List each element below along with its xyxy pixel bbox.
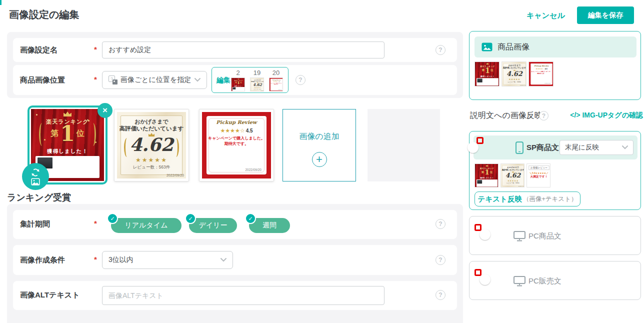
laurel-right [90,123,96,146]
date: 2022/09/20 [166,174,184,177]
product-image-card: 商品画像 楽天ランキング第1位獲得しました！ おかげさまで高評価いただいています… [469,31,641,100]
required-mark: * [94,255,97,264]
help-icon[interactable]: ? [436,290,446,300]
empty-slot [368,109,440,182]
pickup-title: Pickup Review [206,120,266,125]
add-image-button[interactable]: 画像の追加 + [282,109,356,182]
text-reflect-label: テキスト反映 [478,194,522,204]
sp-product-text-card: SP商品文 末尾に反映 楽天ランキング第1位獲得しました！ おかげさまで高評価い… [469,131,641,210]
alt-text-label: 画像ALTテキスト [20,290,80,300]
alt-text-input[interactable] [102,286,384,305]
smartphone-icon [516,142,524,154]
thumb-number: 2 [231,69,245,76]
thumb-number: 20 [269,69,283,76]
sp-position-value: 末尾に反映 [565,143,599,152]
mini-thumb-gold-review: おかげさまで高評価いただいています4.62★★★★★レビュー数：563件2022… [250,78,264,92]
edit-link[interactable]: 編集 [216,76,230,85]
mini-thumb-gold-review: おかげさまで高評価いただいています4.62★★★★★レビュー数：563件2022… [502,62,526,86]
image-icon [482,42,492,52]
text-reflect-sublabel: （画像+テキスト） [523,195,577,204]
gold-line1: おかげさまで [117,118,186,126]
setting-name-label: 画像設定名 [20,46,58,55]
stars: ★★★★★ [117,156,186,164]
thumb-number: 19 [250,69,264,76]
period-tag-realtime[interactable]: リアルタイム [111,218,182,233]
laurel-right [173,138,179,157]
text-reflect-button[interactable]: テキスト反映 （画像+テキスト） [474,192,580,206]
annotation-highlight [476,137,484,144]
condition-row: 画像作成条件 * 3位以内 ? [13,245,457,275]
annotation-highlight [474,224,482,231]
basic-settings-section: 画像設定名 * ? 商品画像位置 * ? 画像ごとに位置を指定 編集 2 19 … [7,32,463,98]
product-image-label: 商品画像 [498,42,530,52]
page: 画像設定の編集 キャンセル 編集を保存 画像設定名 * ? 商品画像位置 * ?… [0,0,644,323]
plus-circle-icon: + [312,152,327,167]
stars: ★★★★☆4.5 [206,128,266,134]
image-position-label: 商品画像位置 [20,76,65,85]
code-icon: </> [570,111,580,119]
save-button[interactable]: 編集を保存 [577,6,634,24]
corner-accent [0,0,2,5]
rotate-image-badge[interactable] [22,163,49,190]
thumbnail-gold-review[interactable]: おかげさまで 高評価いただいています 4.62 ★★★★★ レビュー数：563件… [114,109,189,182]
setting-name-row: 画像設定名 * ? [13,38,457,62]
mini-thumb-customer-review: お客様レビュー＼5.0★★★★★／大満足です！ [526,164,550,188]
review-count: レビュー数：563件 [117,164,186,170]
position-edit-box: 編集 2 19 20 楽天ランキング第1位獲得しました！ おかげさまで高評価いた… [212,67,288,93]
image-icon [31,178,40,186]
help-icon[interactable]: ? [539,111,548,120]
period-row: 集計期間 * ✓ リアルタイム ✓ デイリー ✓ 週間 ? [13,210,457,239]
alt-text-row: 画像ALTテキスト ? [13,281,457,310]
gold-review-image: おかげさまで 高評価いただいています 4.62 ★★★★★ レビュー数：563件… [117,112,186,178]
image-position-row: 商品画像位置 * ? 画像ごとに位置を指定 編集 2 19 20 楽天ランキング… [13,65,457,95]
chevron-down-icon [220,258,226,262]
image-position-select[interactable]: ? 画像ごとに位置を指定 [102,71,207,89]
ranking-section-title: ランキング受賞 [7,192,71,204]
gold-line2: 高評価いただいています [117,125,186,132]
reflect-section-title: 説明文への画像反映 [470,110,542,121]
page-title: 画像設定の編集 [9,8,79,22]
period-tag-daily[interactable]: デイリー [189,218,237,233]
help-icon[interactable]: ? [436,219,446,229]
close-icon[interactable]: × [98,103,112,118]
mini-thumb-ranking: 楽天ランキング第1位獲得しました！ [231,78,245,92]
sp-card-header: SP商品文 末尾に反映 [474,136,638,160]
monitor-icon [514,276,526,286]
pickup-review-image: Pickup Review ★★★★☆4.5 キャンペーンで購入しました。期待大… [202,112,271,178]
help-icon[interactable]: ? [296,75,306,85]
required-mark: * [94,75,97,84]
imgup-tag-link[interactable]: </>IMG-UPタグの確認 [570,111,643,120]
required-mark: * [94,219,97,228]
sparkles [36,114,38,116]
condition-select[interactable]: 3位以内 [102,251,233,269]
mini-thumb-ranking: 楽天ランキング第1位獲得しました！ [474,164,498,188]
pc-sales-label: PC販売文 [528,276,562,286]
pc-product-text-card: PC商品文 [469,216,641,255]
sp-label: SP商品文 [526,143,559,152]
pc-sales-text-card: PC販売文 [469,261,641,300]
check-icon: ✓ [245,213,256,224]
mini-thumb-pickup-review: Pickup Review★★★★☆4.5キャンペーンで購入しました。期待大です… [528,62,554,86]
thumbnail-pickup-review[interactable]: Pickup Review ★★★★☆4.5 キャンペーンで購入しました。期待大… [199,109,274,182]
chevron-down-icon [622,146,628,150]
annotation-highlight [474,269,482,276]
setting-name-input[interactable] [102,42,384,58]
thumbnail-ranking-selected[interactable]: × 楽天ランキング 第1位 獲得しました！ [28,106,108,184]
help-icon[interactable]: ? [436,45,446,55]
check-icon: ✓ [185,213,196,224]
condition-value: 3位以内 [108,256,134,264]
product-image-header: 商品画像 [474,36,636,58]
required-mark: * [94,45,97,54]
ranking-settings-section: 集計期間 * ✓ リアルタイム ✓ デイリー ✓ 週間 ? 画像作成条件 * 3… [7,204,463,323]
position-help-image-icon: ? [108,76,118,84]
image-position-value: 画像ごとに位置を指定 [120,76,191,84]
period-label: 集計期間 [20,220,50,229]
cancel-button[interactable]: キャンセル [526,11,565,20]
help-icon[interactable]: ? [436,255,446,265]
sp-position-select[interactable]: 末尾に反映 [560,140,634,155]
ranking-achieved-text: 獲得しました！ [31,148,104,155]
laurel-left [124,138,130,157]
mini-thumb-gold-review: おかげさまで高評価いただいています4.62★★★★★レビュー数：563件2022… [500,164,524,188]
mini-thumb-pickup-review: Pickup Review★★★★☆4.5キャンペーンで購入しました。期待大です… [269,78,283,92]
review-highlight: キャンペーンで購入しました。期待大です。 [206,136,266,146]
